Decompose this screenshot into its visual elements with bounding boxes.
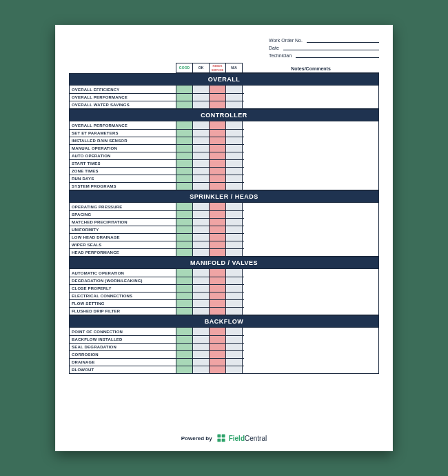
rating-cell-na[interactable] <box>226 145 243 152</box>
notes-area[interactable] <box>244 203 378 256</box>
rating-cell-ok[interactable] <box>193 101 210 108</box>
rating-cell-good[interactable] <box>176 137 193 144</box>
rating-cell-needs[interactable] <box>210 285 226 292</box>
rating-cell-good[interactable] <box>176 183 193 190</box>
rating-cell-needs[interactable] <box>210 300 226 307</box>
rating-cell-good[interactable] <box>176 211 193 218</box>
rating-cell-good[interactable] <box>176 285 193 292</box>
rating-cell-na[interactable] <box>226 359 243 366</box>
rating-cell-ok[interactable] <box>193 359 210 366</box>
rating-cell-ok[interactable] <box>193 344 210 350</box>
notes-area[interactable] <box>244 269 378 315</box>
rating-cell-needs[interactable] <box>210 241 226 248</box>
rating-cell-na[interactable] <box>226 211 243 218</box>
rating-cell-na[interactable] <box>226 300 243 307</box>
rating-cell-needs[interactable] <box>210 249 226 256</box>
rating-cell-ok[interactable] <box>193 203 210 210</box>
rating-cell-good[interactable] <box>176 359 193 366</box>
rating-cell-na[interactable] <box>226 285 243 292</box>
rating-cell-ok[interactable] <box>193 308 210 315</box>
rating-cell-needs[interactable] <box>210 137 226 144</box>
rating-cell-needs[interactable] <box>210 183 226 190</box>
rating-cell-needs[interactable] <box>210 226 226 233</box>
rating-cell-ok[interactable] <box>193 234 210 241</box>
rating-cell-needs[interactable] <box>210 351 226 358</box>
rating-cell-good[interactable] <box>176 269 193 277</box>
rating-cell-na[interactable] <box>226 175 243 182</box>
rating-cell-na[interactable] <box>226 121 243 129</box>
rating-cell-needs[interactable] <box>210 86 226 93</box>
rating-cell-good[interactable] <box>176 308 193 315</box>
rating-cell-needs[interactable] <box>210 152 226 159</box>
rating-cell-good[interactable] <box>176 328 193 335</box>
rating-cell-ok[interactable] <box>193 366 210 373</box>
rating-cell-ok[interactable] <box>193 160 210 167</box>
rating-cell-needs[interactable] <box>210 359 226 366</box>
rating-cell-na[interactable] <box>226 336 243 343</box>
rating-cell-good[interactable] <box>176 160 193 167</box>
rating-cell-ok[interactable] <box>193 277 210 284</box>
rating-cell-needs[interactable] <box>210 211 226 218</box>
rating-cell-na[interactable] <box>226 203 243 210</box>
work-order-input[interactable] <box>307 37 379 43</box>
rating-cell-na[interactable] <box>226 168 243 175</box>
rating-cell-good[interactable] <box>176 344 193 350</box>
rating-cell-ok[interactable] <box>193 175 210 182</box>
rating-cell-ok[interactable] <box>193 130 210 137</box>
rating-cell-na[interactable] <box>226 292 243 299</box>
rating-cell-needs[interactable] <box>210 292 226 299</box>
rating-cell-needs[interactable] <box>210 269 226 277</box>
rating-cell-needs[interactable] <box>210 277 226 284</box>
rating-cell-good[interactable] <box>176 101 193 108</box>
rating-cell-good[interactable] <box>176 300 193 307</box>
rating-cell-good[interactable] <box>176 234 193 241</box>
rating-cell-good[interactable] <box>176 130 193 137</box>
rating-cell-needs[interactable] <box>210 308 226 315</box>
rating-cell-good[interactable] <box>176 175 193 182</box>
rating-cell-ok[interactable] <box>193 336 210 343</box>
rating-cell-ok[interactable] <box>193 86 210 93</box>
notes-area[interactable] <box>244 328 378 373</box>
rating-cell-ok[interactable] <box>193 94 210 101</box>
rating-cell-ok[interactable] <box>193 152 210 159</box>
rating-cell-good[interactable] <box>176 168 193 175</box>
notes-area[interactable] <box>244 86 378 108</box>
rating-cell-good[interactable] <box>176 226 193 233</box>
rating-cell-ok[interactable] <box>193 328 210 335</box>
rating-cell-na[interactable] <box>226 137 243 144</box>
rating-cell-good[interactable] <box>176 249 193 256</box>
rating-cell-ok[interactable] <box>193 249 210 256</box>
rating-cell-na[interactable] <box>226 160 243 167</box>
rating-cell-needs[interactable] <box>210 130 226 137</box>
rating-cell-good[interactable] <box>176 152 193 159</box>
rating-cell-needs[interactable] <box>210 234 226 241</box>
rating-cell-ok[interactable] <box>193 292 210 299</box>
rating-cell-na[interactable] <box>226 344 243 350</box>
rating-cell-na[interactable] <box>226 269 243 277</box>
rating-cell-good[interactable] <box>176 351 193 358</box>
rating-cell-ok[interactable] <box>193 145 210 152</box>
rating-cell-ok[interactable] <box>193 183 210 190</box>
rating-cell-ok[interactable] <box>193 137 210 144</box>
rating-cell-na[interactable] <box>226 277 243 284</box>
rating-cell-na[interactable] <box>226 351 243 358</box>
rating-cell-needs[interactable] <box>210 94 226 101</box>
rating-cell-needs[interactable] <box>210 160 226 167</box>
notes-area[interactable] <box>244 121 378 190</box>
rating-cell-good[interactable] <box>176 94 193 101</box>
rating-cell-ok[interactable] <box>193 226 210 233</box>
rating-cell-good[interactable] <box>176 292 193 299</box>
rating-cell-ok[interactable] <box>193 211 210 218</box>
rating-cell-good[interactable] <box>176 366 193 373</box>
rating-cell-na[interactable] <box>226 183 243 190</box>
rating-cell-na[interactable] <box>226 234 243 241</box>
rating-cell-na[interactable] <box>226 366 243 373</box>
rating-cell-good[interactable] <box>176 145 193 152</box>
rating-cell-needs[interactable] <box>210 366 226 373</box>
rating-cell-na[interactable] <box>226 130 243 137</box>
rating-cell-ok[interactable] <box>193 269 210 277</box>
rating-cell-na[interactable] <box>226 241 243 248</box>
rating-cell-na[interactable] <box>226 249 243 256</box>
rating-cell-ok[interactable] <box>193 241 210 248</box>
rating-cell-needs[interactable] <box>210 328 226 335</box>
